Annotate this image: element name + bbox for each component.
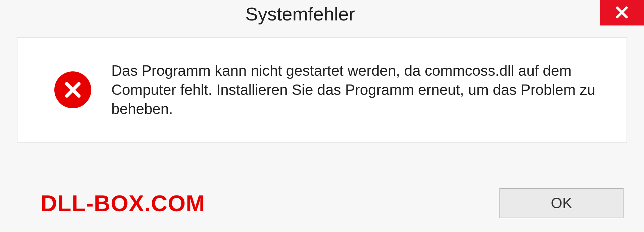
- titlebar: Systemfehler: [0, 0, 644, 31]
- footer: DLL-BOX.COM OK: [0, 175, 644, 232]
- ok-button[interactable]: OK: [499, 188, 624, 218]
- error-dialog: Systemfehler Das Programm kann nicht ges…: [0, 0, 644, 232]
- close-button[interactable]: [600, 0, 644, 25]
- close-icon: [614, 4, 630, 22]
- error-icon: [54, 71, 91, 108]
- message-panel: Das Programm kann nicht gestartet werden…: [17, 37, 627, 142]
- dialog-title: Systemfehler: [0, 0, 600, 25]
- error-message: Das Programm kann nicht gestartet werden…: [111, 61, 603, 119]
- watermark-text: DLL-BOX.COM: [41, 190, 205, 216]
